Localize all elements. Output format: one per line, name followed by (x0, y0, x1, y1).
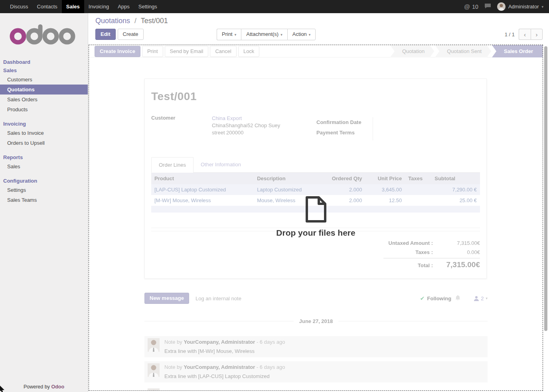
sidebar-heading-configuration[interactable]: Configuration (0, 177, 88, 185)
message-avatar (148, 388, 160, 391)
message-author[interactable]: YourCompany, Administrator (184, 364, 255, 370)
following-toggle[interactable]: ✔ Following (420, 295, 451, 301)
nav-item-sales[interactable]: Sales (62, 0, 84, 13)
edit-button[interactable]: Edit (95, 29, 116, 40)
right-field-column: Confirmation Date Payment Terms (316, 117, 373, 140)
col-ordered-qty[interactable]: Ordered Qty (324, 173, 365, 184)
create-button[interactable]: Create (118, 29, 144, 40)
stage-quotation-sent[interactable]: Quotation Sent (435, 45, 491, 57)
check-icon: ✔ (420, 295, 425, 301)
breadcrumb: Quotations / Test/001 (95, 17, 543, 25)
user-menu[interactable]: Administrator ▾ (497, 2, 543, 11)
powered-by-brand-link[interactable]: Odoo (51, 384, 64, 390)
message-prefix: Note by (164, 339, 184, 345)
message-body: Extra line with [LAP-CUS] Laptop Customi… (164, 372, 484, 380)
sidebar-item-customers[interactable]: Customers (0, 75, 88, 85)
stage-quotation[interactable]: Quotation (390, 45, 434, 57)
sidebar-item-dashboard[interactable]: Dashboard (0, 58, 88, 66)
tab-order-lines[interactable]: Order Lines (151, 157, 194, 173)
message-list: Note by YourCompany, Administrator - 6 d… (144, 336, 488, 391)
sidebar-item-sales-report[interactable]: Sales (0, 162, 88, 171)
customer-address-line1: ChinaShanghai52 Chop Suey (212, 122, 280, 128)
create-invoice-button[interactable]: Create Invoice (95, 46, 140, 57)
total-value: 7,315.00€ (438, 260, 480, 271)
chatter: New message Log an internal note ✔ Follo… (144, 293, 488, 391)
print-dropdown[interactable]: Print▾ (217, 29, 241, 40)
sidebar-heading-reports[interactable]: Reports (0, 153, 88, 162)
col-product[interactable]: Product (151, 173, 254, 184)
sidebar-heading-invoicing[interactable]: Invoicing (0, 120, 88, 128)
chevron-down-icon: ▾ (235, 33, 237, 37)
log-internal-note-button[interactable]: Log an internal note (196, 295, 241, 301)
sidebar-item-sales-teams[interactable]: Sales Teams (0, 195, 88, 205)
pager-next-button[interactable]: › (531, 29, 543, 40)
table-row[interactable]: [M-Wir] Mouse, Wireless Mouse, Wireless … (151, 195, 480, 206)
sidebar-item-settings[interactable]: Settings (0, 185, 88, 195)
new-message-button[interactable]: New message (144, 293, 189, 304)
main-content: Quotations / Test/001 Edit Create Print▾… (88, 13, 549, 392)
tab-other-information[interactable]: Other Information (194, 157, 248, 172)
cell-taxes (405, 195, 431, 206)
sidebar-item-sales-orders[interactable]: Sales Orders (0, 95, 88, 104)
cell-product: [LAP-CUS] Laptop Customized (151, 184, 254, 195)
messages-icon[interactable] (484, 3, 491, 10)
pager: 1 / 1 ‹ › (505, 29, 543, 40)
message-author[interactable]: YourCompany, Administrator (164, 389, 236, 391)
breadcrumb-separator: / (134, 17, 136, 25)
user-name: Administrator (508, 4, 539, 10)
cell-unit-price: 3,645.00 (365, 184, 405, 195)
print-button[interactable]: Print (142, 46, 163, 57)
vertical-scrollbar[interactable] (544, 46, 547, 331)
cell-description: Laptop Customized (254, 184, 324, 195)
nav-item-settings[interactable]: Settings (134, 0, 162, 13)
list-item[interactable]: Note by YourCompany, Administrator - 6 d… (144, 361, 488, 382)
powered-by: Powered by Odoo (0, 384, 88, 390)
col-taxes[interactable]: Taxes (405, 173, 431, 184)
send-by-email-button[interactable]: Send by Email (165, 46, 209, 57)
message-meta: Note by YourCompany, Administrator - 6 d… (164, 338, 484, 346)
breadcrumb-quotations-link[interactable]: Quotations (95, 17, 130, 25)
odoo-logo[interactable] (10, 24, 88, 46)
col-description[interactable]: Description (254, 173, 324, 184)
mention-counter[interactable]: @ 10 (464, 3, 478, 10)
faded-form-content: Create Invoice Print Send by Email Cance… (89, 45, 543, 391)
person-icon (474, 296, 479, 301)
total-label: Total : (383, 260, 438, 271)
nav-item-contacts[interactable]: Contacts (33, 0, 62, 13)
sidebar-item-orders-to-upsell[interactable]: Orders to Upsell (0, 138, 88, 148)
sidebar-heading-sales[interactable]: Sales (0, 66, 88, 75)
following-label: Following (427, 295, 452, 301)
statusbar: Create Invoice Print Send by Email Cance… (89, 45, 543, 57)
attachments-dropdown[interactable]: Attachment(s)▾ (241, 29, 287, 40)
chevron-down-icon: ▾ (541, 5, 543, 9)
sidebar-item-sales-to-invoice[interactable]: Sales to Invoice (0, 128, 88, 138)
list-item[interactable]: Note by YourCompany, Administrator - 6 d… (144, 336, 488, 357)
stage-sales-order[interactable]: Sales Order (492, 45, 543, 57)
sidebar-item-quotations[interactable]: Quotations (0, 85, 88, 95)
table-empty-row[interactable] (151, 206, 480, 213)
action-dropdown[interactable]: Action▾ (287, 29, 316, 40)
col-subtotal[interactable]: Subtotal (431, 173, 480, 184)
powered-by-prefix: Powered by (24, 384, 50, 390)
nav-item-apps[interactable]: Apps (113, 0, 134, 13)
customer-link[interactable]: China Export (212, 115, 242, 121)
message-meta: YourCompany, Administrator - 6 days ago (164, 388, 484, 391)
lock-button[interactable]: Lock (238, 46, 259, 57)
message-author[interactable]: YourCompany, Administrator (184, 339, 255, 345)
sidebar-item-products[interactable]: Products (0, 104, 88, 114)
list-item[interactable]: YourCompany, Administrator - 6 days ago … (144, 386, 488, 391)
bell-icon[interactable] (455, 295, 460, 302)
untaxed-amount-value: 7,315.00€ (438, 238, 480, 248)
file-dropzone[interactable]: Create Invoice Print Send by Email Cance… (89, 45, 543, 391)
table-row[interactable]: [LAP-CUS] Laptop Customized Laptop Custo… (151, 184, 480, 195)
cell-unit-price: 12.50 (365, 195, 405, 206)
cell-product: [M-Wir] Mouse, Wireless (151, 195, 254, 206)
sidebar: Dashboard Sales Customers Quotations Sal… (0, 13, 88, 392)
col-unit-price[interactable]: Unit Price (365, 173, 405, 184)
nav-item-invoicing[interactable]: Invoicing (84, 0, 113, 13)
pager-previous-button[interactable]: ‹ (519, 29, 531, 40)
followers-dropdown[interactable]: 2 ▾ (474, 295, 488, 301)
nav-item-discuss[interactable]: Discuss (6, 0, 33, 13)
cancel-button[interactable]: Cancel (210, 46, 236, 57)
cell-taxes (405, 184, 431, 195)
